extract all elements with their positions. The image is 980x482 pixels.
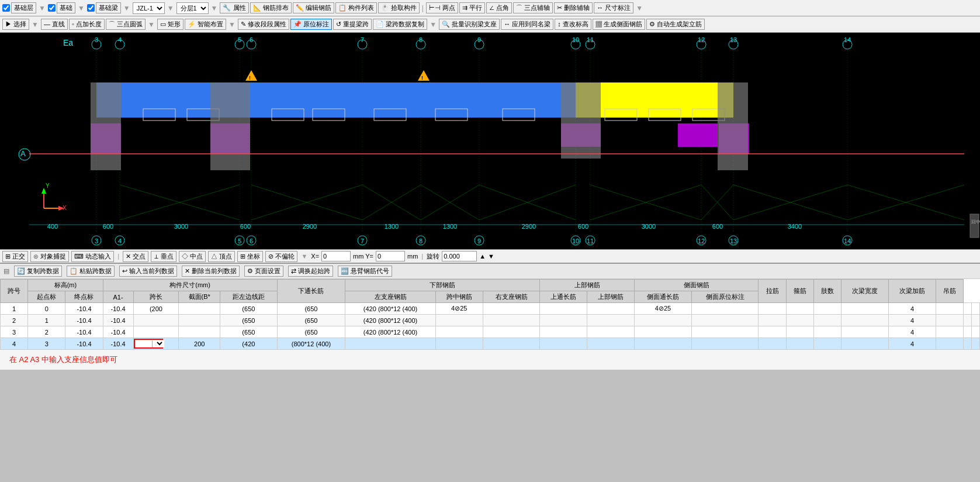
cell-mid-bot-4[interactable] [540, 338, 587, 350]
cell-right-sup-2[interactable] [587, 315, 635, 326]
a1-value-input[interactable] [135, 340, 153, 347]
btn-tiaohuanqishi[interactable]: ⇄ 调换起始跨 [288, 266, 333, 277]
cell-start-elev-3[interactable]: -10.4 [65, 326, 103, 338]
rotate-stepper-down[interactable]: ▼ [488, 253, 494, 260]
cell-cross-2[interactable]: (420 (800*12 (400) [345, 315, 436, 326]
btn-shengchengcemian[interactable]: ▦ 生成侧面钢筋 [593, 19, 645, 30]
btn-zhixian[interactable]: — 直线 [41, 19, 68, 30]
btn-shanchuzhuzhou[interactable]: ✂ 删除辅轴 [554, 2, 593, 13]
rotate-stepper-up[interactable]: ▲ [479, 253, 486, 260]
btn-chuizhi[interactable]: ⊥ 垂点 [151, 251, 176, 262]
cell-thru-bot-2[interactable] [435, 315, 483, 326]
cell-hanger-1[interactable] [972, 303, 980, 315]
cell-mid-bot-3[interactable] [540, 326, 587, 338]
cell-a1-input-4[interactable]: ▼ [133, 338, 179, 350]
cell-left-sup-4[interactable] [483, 338, 540, 350]
cell-beamw-4[interactable] [936, 338, 964, 350]
btn-liangkuashuju[interactable]: 📄 梁跨数据复制 [373, 19, 427, 30]
cell-start-elev-4[interactable]: -10.4 [65, 338, 103, 350]
x-input[interactable] [321, 251, 351, 261]
select-fenceng[interactable]: 分层1 [176, 2, 209, 14]
cell-side-thru-2[interactable] [759, 315, 786, 326]
btn-duixiangbuzhi[interactable]: ⊙ 对象捕捉 [30, 251, 69, 262]
btn-qiqugoujan[interactable]: 🖱️ 拾取构件 [378, 2, 420, 13]
cell-right-sup-1[interactable] [587, 303, 635, 315]
btn-gangjinpaibu[interactable]: 📐 钢筋排布 [250, 2, 292, 13]
btn-pinxing[interactable]: ⇉ 平行 [459, 2, 485, 13]
btn-zhongdian[interactable]: ◇ 中点 [179, 251, 206, 262]
cell-a1-2[interactable] [133, 315, 179, 326]
cell-mid-bot-2[interactable] [540, 315, 587, 326]
btn-shanchu-dangqian[interactable]: ✕ 删除当前列数据 [182, 266, 240, 277]
cell-side-thru-1[interactable] [759, 303, 786, 315]
btn-shuru-dangqian[interactable]: ↩ 输入当前列数据 [119, 266, 177, 277]
cell-start-elev-2[interactable]: -10.4 [65, 315, 103, 326]
btn-goujianliebiao[interactable]: 📋 构件列表 [335, 2, 377, 13]
cell-mid-bot-1[interactable] [540, 303, 587, 315]
cell-thru-top-4[interactable] [635, 338, 692, 350]
cell-side-orig-4[interactable] [786, 338, 813, 350]
btn-zhengijao[interactable]: ⊞ 正交 [2, 251, 28, 262]
btn-juxing[interactable]: ▭ 矩形 [157, 19, 183, 30]
btn-yingyong[interactable]: ↔ 应用到同名梁 [501, 19, 553, 30]
btn-xuanbi-daihao[interactable]: 🔤 悬臂钢筋代号 [338, 266, 392, 277]
cell-dist-2[interactable]: (650 [277, 315, 345, 326]
cell-stirrup-3[interactable] [842, 326, 889, 338]
cell-thru-bot-3[interactable] [435, 326, 483, 338]
cell-hanger-4[interactable] [972, 338, 980, 350]
cell-beamw-2[interactable] [936, 315, 964, 326]
cell-tie-4[interactable] [813, 338, 841, 350]
btn-chicunbiaozhu[interactable]: ↔ 尺寸标注 [594, 2, 633, 13]
btn-zhantie-kuashuju[interactable]: 📋 粘贴跨数据 [67, 266, 115, 277]
cell-a1-3[interactable] [133, 326, 179, 338]
cell-right-sup-4[interactable] [587, 338, 635, 350]
btn-yemian-shezhi[interactable]: ⚙ 页面设置 [244, 266, 283, 277]
cell-span-len-1[interactable] [179, 303, 220, 315]
cell-beamw-1[interactable] [936, 303, 964, 315]
cell-hanger-2[interactable] [972, 315, 980, 326]
cell-a1-1[interactable]: (200 [133, 303, 179, 315]
cell-side-thru-3[interactable] [759, 326, 786, 338]
btn-fuzhi-kuashuju[interactable]: 🔄 复制跨数据 [14, 266, 62, 277]
cell-span-len-3[interactable] [179, 326, 220, 338]
cell-end-elev-4[interactable]: -10.4 [103, 338, 133, 350]
cell-thru-top-3[interactable] [635, 326, 692, 338]
cell-hanger-3[interactable] [972, 326, 980, 338]
btn-xuanze[interactable]: ▶ 选择 [2, 19, 29, 30]
cell-cross-4[interactable] [345, 338, 436, 350]
cell-tie-3[interactable] [813, 326, 841, 338]
btn-dongtaishuiru[interactable]: ⌨ 动态输入 [71, 251, 114, 262]
cell-thru-top-2[interactable] [635, 315, 692, 326]
cell-stirrup-4[interactable] [842, 338, 889, 350]
data-table-wrapper[interactable]: 跨号 标高(m) 构件尺寸(mm) 下通长筋 下部钢筋 上部钢筋 侧面钢筋 拉筋… [0, 279, 980, 350]
btn-jicengceng[interactable]: 基础层 [11, 2, 36, 13]
btn-dingdian[interactable]: △ 顶点 [208, 251, 235, 262]
cell-left-sup-3[interactable] [483, 326, 540, 338]
cell-legs-4[interactable]: 4 [889, 338, 936, 350]
cell-top-bar-2[interactable] [691, 315, 758, 326]
btn-zuobiao[interactable]: ⊞ 坐标 [237, 251, 263, 262]
btn-zidongjiali[interactable]: ⚙ 自动生成架立筋 [646, 19, 705, 30]
cell-span-len-2[interactable] [179, 315, 220, 326]
cell-start-elev[interactable]: -10.4 [65, 303, 103, 315]
btn-xiugaiduansxing[interactable]: ✎ 修改段段属性 [238, 19, 289, 30]
cell-cross-3[interactable]: (420 (800*12 (400) [345, 326, 436, 338]
cell-dist-3[interactable]: (650 [277, 326, 345, 338]
cell-legs-2[interactable]: 4 [889, 315, 936, 326]
cell-left-sup-1[interactable] [483, 303, 540, 315]
cell-side-orig-3[interactable] [786, 326, 813, 338]
cell-dist-1[interactable]: (650 [277, 303, 345, 315]
cell-end-elev-2[interactable]: -10.4 [103, 315, 133, 326]
btn-liangjian[interactable]: ⊢⊣ 两点 [426, 2, 458, 13]
btn-dianjiachangdu[interactable]: ◦ 点加长度 [69, 19, 105, 30]
btn-chabiaoagao[interactable]: ↕ 查改标高 [555, 19, 591, 30]
cell-thru-bot-1[interactable]: 4⊘25 [435, 303, 483, 315]
cell-side-thru-4[interactable] [759, 338, 786, 350]
checkbox-jiceng[interactable] [2, 4, 10, 12]
btn-zhinengbuzhi[interactable]: ⚡ 智能布置 [185, 19, 226, 30]
cell-stirrup-1[interactable] [842, 303, 889, 315]
cell-cross-1[interactable]: (420 (800*12 (400) [345, 303, 436, 315]
cell-side-orig-2[interactable] [786, 315, 813, 326]
cell-section-2[interactable]: (650 [220, 315, 278, 326]
select-jzl[interactable]: JZL-1 [133, 2, 165, 14]
